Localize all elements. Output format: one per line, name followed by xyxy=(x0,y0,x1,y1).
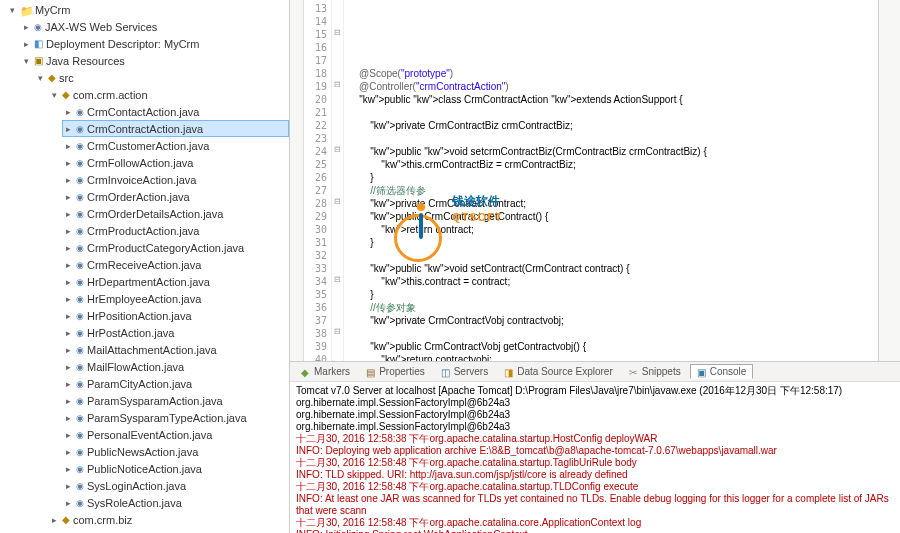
chevron-right-icon[interactable]: ▸ xyxy=(63,207,73,221)
tree-file[interactable]: ▸PublicNoticeAction.java xyxy=(62,460,289,477)
tree-file[interactable]: ▸HrPostAction.java xyxy=(62,324,289,341)
tab-markers[interactable]: Markers xyxy=(294,364,357,379)
tree-file[interactable]: ▸SysLoginAction.java xyxy=(62,477,289,494)
project-explorer[interactable]: ▾ MyCrm ▸JAX-WS Web Services ▸Deployment… xyxy=(0,0,290,533)
tree-file[interactable]: ▸HrPositionAction.java xyxy=(62,307,289,324)
project-icon xyxy=(20,4,32,16)
editor-ruler xyxy=(290,0,304,361)
tree-label: SysRoleAction.java xyxy=(87,496,182,510)
tree-file[interactable]: ▸CrmProductAction.java xyxy=(62,222,289,239)
console-line: INFO: TLD skipped. URI: http://java.sun.… xyxy=(296,469,894,481)
tree-file[interactable]: ▸CrmContactAction.java xyxy=(62,103,289,120)
chevron-right-icon[interactable]: ▸ xyxy=(21,20,31,34)
tab-properties[interactable]: Properties xyxy=(359,364,432,379)
chevron-right-icon[interactable]: ▸ xyxy=(21,37,31,51)
tree-java-resources[interactable]: ▾Java Resources xyxy=(20,52,289,69)
tree-file[interactable]: ▸ParamCityAction.java xyxy=(62,375,289,392)
tree-depdesc[interactable]: ▸Deployment Descriptor: MyCrm xyxy=(20,35,289,52)
chevron-right-icon[interactable]: ▸ xyxy=(63,394,73,408)
tree-file[interactable]: ▸PublicNewsAction.java xyxy=(62,443,289,460)
chevron-right-icon[interactable]: ▸ xyxy=(63,190,73,204)
tree-file[interactable]: ▸ParamSysparamAction.java xyxy=(62,392,289,409)
tree-label: CrmOrderAction.java xyxy=(87,190,190,204)
console-line: INFO: At least one JAR was scanned for T… xyxy=(296,493,894,517)
chevron-right-icon[interactable]: ▸ xyxy=(63,275,73,289)
tree-src[interactable]: ▾src xyxy=(34,69,289,86)
tab-console[interactable]: Console xyxy=(690,364,754,379)
code-body[interactable]: 钱途软件 QTSOFT @Scope("prototype") @Control… xyxy=(344,0,878,361)
chevron-right-icon[interactable]: ▸ xyxy=(63,292,73,306)
chevron-right-icon[interactable]: ▸ xyxy=(63,258,73,272)
tree-file[interactable]: ▸CrmInvoiceAction.java xyxy=(62,171,289,188)
tree-label: MyCrm xyxy=(35,3,70,17)
overview-ruler[interactable] xyxy=(878,0,900,361)
tree-file[interactable]: ▸HrEmployeeAction.java xyxy=(62,290,289,307)
tree-pkg-dao[interactable]: ▸com.crm.dao xyxy=(48,528,289,533)
tree-file[interactable]: ▸CrmContractAction.java xyxy=(62,120,289,137)
console-line: 十二月30, 2016 12:58:48 下午org.apache.catali… xyxy=(296,517,894,529)
tree-file[interactable]: ▸HrDepartmentAction.java xyxy=(62,273,289,290)
properties-icon xyxy=(366,367,376,377)
chevron-right-icon[interactable]: ▸ xyxy=(63,139,73,153)
tree-file[interactable]: ▸ParamSysparamTypeAction.java xyxy=(62,409,289,426)
chevron-right-icon[interactable]: ▸ xyxy=(63,445,73,459)
console-line: 十二月30, 2016 12:58:48 下午org.apache.catali… xyxy=(296,481,894,493)
chevron-right-icon[interactable]: ▸ xyxy=(63,105,73,119)
code-line: "kw">public "kw">class CrmContractAction… xyxy=(348,93,874,106)
tree-file[interactable]: ▸CrmReceiveAction.java xyxy=(62,256,289,273)
watermark-text-cn: 钱途软件 xyxy=(452,195,500,208)
console-launch-title: Tomcat v7.0 Server at localhost [Apache … xyxy=(296,385,894,397)
console-line: INFO: Deploying web application archive … xyxy=(296,445,894,457)
chevron-right-icon[interactable]: ▸ xyxy=(63,224,73,238)
chevron-down-icon[interactable]: ▾ xyxy=(7,3,17,17)
tab-servers[interactable]: Servers xyxy=(434,364,495,379)
code-editor[interactable]: 1314151617181920212223242526272829303132… xyxy=(290,0,900,361)
chevron-right-icon[interactable]: ▸ xyxy=(63,428,73,442)
chevron-right-icon[interactable]: ▸ xyxy=(49,513,59,527)
chevron-right-icon[interactable]: ▸ xyxy=(63,326,73,340)
chevron-right-icon[interactable]: ▸ xyxy=(63,241,73,255)
tab-snippets[interactable]: Snippets xyxy=(622,364,688,379)
tree-jaxws[interactable]: ▸JAX-WS Web Services xyxy=(20,18,289,35)
tree-file[interactable]: ▸CrmOrderDetailsAction.java xyxy=(62,205,289,222)
chevron-right-icon[interactable]: ▸ xyxy=(63,411,73,425)
chevron-right-icon[interactable]: ▸ xyxy=(63,496,73,510)
chevron-down-icon[interactable]: ▾ xyxy=(35,71,45,85)
tree-file[interactable]: ▸PersonalEventAction.java xyxy=(62,426,289,443)
fold-column[interactable]: ⊟ ⊟ ⊟ ⊟ ⊟ ⊟ ⊟ ⊟ xyxy=(332,0,344,361)
chevron-right-icon[interactable]: ▸ xyxy=(63,343,73,357)
tree-file[interactable]: ▸MailAttachmentAction.java xyxy=(62,341,289,358)
tree-file[interactable]: ▸SysRoleAction.java xyxy=(62,494,289,511)
java-resources-icon xyxy=(34,53,43,68)
tree-file[interactable]: ▸CrmProductCategoryAction.java xyxy=(62,239,289,256)
tree-label: PublicNoticeAction.java xyxy=(87,462,202,476)
tree-file[interactable]: ▸CrmOrderAction.java xyxy=(62,188,289,205)
tree-file[interactable]: ▸CrmCustomerAction.java xyxy=(62,137,289,154)
tab-data-source[interactable]: Data Source Explorer xyxy=(497,364,620,379)
chevron-right-icon[interactable]: ▸ xyxy=(63,462,73,476)
chevron-right-icon[interactable]: ▸ xyxy=(63,309,73,323)
chevron-down-icon[interactable]: ▾ xyxy=(49,88,59,102)
chevron-right-icon[interactable]: ▸ xyxy=(49,530,59,534)
chevron-right-icon[interactable]: ▸ xyxy=(63,173,73,187)
chevron-right-icon[interactable]: ▸ xyxy=(63,156,73,170)
console-output[interactable]: Tomcat v7.0 Server at localhost [Apache … xyxy=(290,382,900,533)
console-line: org.hibernate.impl.SessionFactoryImpl@6b… xyxy=(296,409,894,421)
tab-label: Properties xyxy=(379,366,425,377)
chevron-down-icon[interactable]: ▾ xyxy=(21,54,31,68)
tree-label: MailFlowAction.java xyxy=(87,360,184,374)
tree-label: src xyxy=(59,71,74,85)
tree-file[interactable]: ▸MailFlowAction.java xyxy=(62,358,289,375)
tree-file[interactable]: ▸CrmFollowAction.java xyxy=(62,154,289,171)
java-file-icon xyxy=(76,121,84,136)
tree-pkg-biz[interactable]: ▸com.crm.biz xyxy=(48,511,289,528)
console-line: org.hibernate.impl.SessionFactoryImpl@6b… xyxy=(296,421,894,433)
tree-pkg-action[interactable]: ▾com.crm.action xyxy=(48,86,289,103)
tree-project[interactable]: ▾ MyCrm xyxy=(6,2,289,18)
chevron-right-icon[interactable]: ▸ xyxy=(63,377,73,391)
chevron-right-icon[interactable]: ▸ xyxy=(63,479,73,493)
chevron-right-icon[interactable]: ▸ xyxy=(63,122,73,136)
chevron-right-icon[interactable]: ▸ xyxy=(63,360,73,374)
java-file-icon xyxy=(76,376,84,391)
descriptor-icon xyxy=(34,36,43,51)
